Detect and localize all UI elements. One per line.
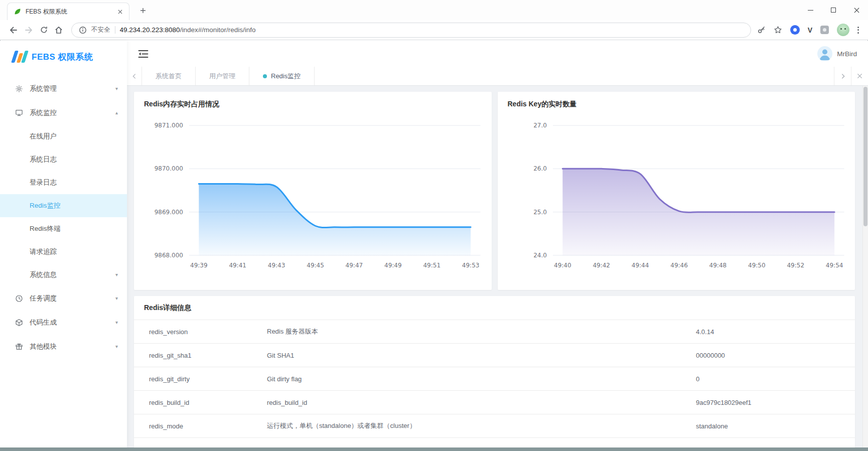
row-desc: 运行模式，单机（standalone）或者集群（cluster） bbox=[267, 421, 696, 430]
chart-title-memory: Redis内存实时占用情况 bbox=[134, 92, 492, 109]
page-tabbar: 系统首页用户管理Redis监控 bbox=[127, 67, 868, 86]
home-button[interactable] bbox=[51, 23, 66, 38]
user-avatar[interactable] bbox=[817, 46, 832, 61]
svg-text:49:49: 49:49 bbox=[384, 262, 402, 269]
svg-text:49:52: 49:52 bbox=[787, 262, 804, 269]
tabs-close-all-button[interactable] bbox=[851, 67, 868, 85]
sidebar-item-task-schedule[interactable]: 任务调度▾ bbox=[0, 286, 127, 311]
new-tab-button[interactable] bbox=[136, 4, 150, 17]
tab-label: 系统首页 bbox=[156, 72, 182, 81]
sidebar-item-label: 系统信息 bbox=[30, 270, 115, 279]
info-icon[interactable] bbox=[79, 26, 87, 34]
sidebar-item-label: 其他模块 bbox=[30, 342, 115, 351]
sidebar-item-system-monitor[interactable]: 系统监控▴ bbox=[0, 101, 127, 125]
menu-fold-icon[interactable] bbox=[138, 50, 149, 58]
sidebar-item-redis-monitor[interactable]: Redis监控 bbox=[0, 194, 127, 217]
caret-down-icon: ▾ bbox=[115, 272, 118, 277]
svg-text:49:39: 49:39 bbox=[190, 262, 208, 269]
browser-profile-avatar[interactable] bbox=[837, 24, 849, 36]
tab-user-management[interactable]: 用户管理 bbox=[196, 67, 249, 85]
maximize-button[interactable] bbox=[822, 0, 845, 20]
sidebar-item-label: 系统监控 bbox=[30, 108, 115, 117]
sidebar-item-system-log[interactable]: 系统日志 bbox=[0, 148, 127, 171]
browser-window: FEBS 权限系统 bbox=[0, 0, 868, 451]
browser-titlebar: FEBS 权限系统 bbox=[0, 0, 868, 20]
home-icon bbox=[54, 26, 63, 35]
svg-text:49:51: 49:51 bbox=[423, 262, 441, 269]
tab-close-icon[interactable] bbox=[116, 8, 124, 16]
window-controls bbox=[799, 0, 868, 20]
bookmark-star-icon[interactable] bbox=[774, 26, 782, 34]
vertical-scrollbar[interactable] bbox=[862, 86, 868, 447]
sidebar-item-system-info[interactable]: 系统信息▾ bbox=[0, 263, 127, 286]
tab-redis-monitor[interactable]: Redis监控 bbox=[249, 67, 315, 85]
app-frame: FEBS 权限系统 系统管理▾系统监控▴在线用户系统日志登录日志Redis监控R… bbox=[0, 41, 868, 447]
sidebar-item-label: 系统管理 bbox=[30, 84, 115, 93]
tabs-scroll-right-button[interactable] bbox=[834, 67, 851, 85]
row-desc: Git SHA1 bbox=[267, 352, 696, 359]
close-icon bbox=[857, 73, 862, 79]
row-key: redis_git_sha1 bbox=[149, 352, 267, 359]
sidebar-item-label: 任务调度 bbox=[30, 294, 115, 303]
key-icon[interactable] bbox=[757, 26, 766, 34]
row-key: redis_mode bbox=[149, 422, 267, 430]
redis-memory-chart: 9868.0009869.0009870.0009871.00049:3949:… bbox=[134, 113, 492, 278]
toolbar-right-icons: V bbox=[756, 24, 862, 36]
user-name[interactable]: MrBird bbox=[837, 50, 857, 58]
svg-text:49:53: 49:53 bbox=[462, 262, 480, 269]
tab-label: Redis监控 bbox=[271, 72, 301, 81]
extension-icon-blue[interactable] bbox=[790, 25, 800, 35]
sidebar-item-system-management[interactable]: 系统管理▾ bbox=[0, 77, 127, 101]
security-label: 不安全 bbox=[91, 26, 110, 34]
table-row: redis_build_idredis_build_id9ac979c18029… bbox=[134, 391, 855, 414]
sidebar: FEBS 权限系统 系统管理▾系统监控▴在线用户系统日志登录日志Redis监控R… bbox=[0, 41, 127, 447]
close-button[interactable] bbox=[845, 0, 868, 20]
header-user[interactable]: MrBird bbox=[817, 46, 857, 61]
sidebar-item-online-users[interactable]: 在线用户 bbox=[0, 125, 127, 148]
svg-text:49:54: 49:54 bbox=[825, 262, 843, 269]
svg-text:49:40: 49:40 bbox=[554, 262, 571, 269]
row-value: standalone bbox=[696, 422, 845, 430]
svg-text:27.0: 27.0 bbox=[533, 122, 547, 129]
back-icon bbox=[9, 26, 18, 35]
address-bar[interactable]: 不安全 49.234.20.223:8080/index#/monitor/re… bbox=[71, 23, 751, 38]
row-key: redis_git_dirty bbox=[149, 375, 267, 383]
minimize-button[interactable] bbox=[799, 0, 822, 20]
sidebar-item-label: 代码生成 bbox=[30, 318, 115, 327]
browser-tab-title: FEBS 权限系统 bbox=[26, 8, 112, 16]
tab-label: 用户管理 bbox=[209, 72, 235, 81]
forward-button[interactable] bbox=[21, 23, 36, 38]
chart-title-keys: Redis Key的实时数量 bbox=[498, 92, 855, 109]
row-value: 0 bbox=[696, 375, 845, 383]
svg-text:24.0: 24.0 bbox=[533, 252, 547, 259]
svg-text:49:42: 49:42 bbox=[593, 262, 610, 269]
extension-icon-v[interactable]: V bbox=[808, 27, 812, 34]
page-content: Redis内存实时占用情况 9868.0009869.0009870.00098… bbox=[127, 86, 868, 447]
sidebar-item-login-log[interactable]: 登录日志 bbox=[0, 171, 127, 194]
browser-tab[interactable]: FEBS 权限系统 bbox=[7, 3, 129, 20]
sidebar-item-redis-terminal[interactable]: Redis终端 bbox=[0, 217, 127, 240]
sidebar-item-label: 登录日志 bbox=[30, 178, 118, 187]
refresh-button[interactable] bbox=[36, 23, 51, 38]
row-key: redis_version bbox=[149, 328, 267, 336]
tab-home[interactable]: 系统首页 bbox=[142, 67, 196, 85]
scrollbar-thumb[interactable] bbox=[863, 87, 867, 226]
sidebar-item-code-generation[interactable]: 代码生成▾ bbox=[0, 311, 127, 335]
redis-key-count-chart: 24.025.026.027.049:4049:4249:4449:4649:4… bbox=[498, 113, 855, 278]
back-button[interactable] bbox=[6, 23, 21, 38]
extension-icon-gray[interactable] bbox=[820, 26, 829, 34]
sidebar-item-other-modules[interactable]: 其他模块▾ bbox=[0, 335, 127, 359]
url-text: 49.234.20.223:8080/index#/monitor/redis/… bbox=[120, 26, 744, 34]
leaf-favicon-icon bbox=[14, 8, 22, 16]
sidebar-item-request-trace[interactable]: 请求追踪 bbox=[0, 240, 127, 263]
active-tab-dot bbox=[263, 74, 267, 78]
sidebar-item-label: 请求追踪 bbox=[30, 247, 118, 256]
tabs-scroll-left-button[interactable] bbox=[127, 67, 142, 85]
monitor-icon bbox=[15, 109, 23, 117]
sidebar-menu: 系统管理▾系统监控▴在线用户系统日志登录日志Redis监控Redis终端请求追踪… bbox=[0, 73, 127, 359]
svg-text:49:46: 49:46 bbox=[670, 262, 688, 269]
sidebar-item-label: 系统日志 bbox=[30, 155, 118, 164]
app-logo[interactable]: FEBS 权限系统 bbox=[0, 41, 127, 73]
caret-down-icon: ▾ bbox=[115, 86, 118, 91]
more-menu-icon[interactable] bbox=[857, 27, 859, 34]
